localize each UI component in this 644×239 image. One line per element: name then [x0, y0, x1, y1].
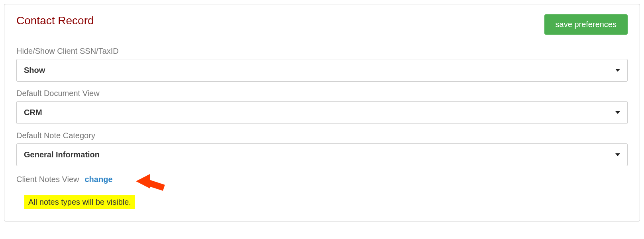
chevron-down-icon: [615, 153, 620, 156]
change-link[interactable]: change: [84, 175, 112, 184]
notes-visibility-highlight: All notes types will be visible.: [24, 195, 135, 209]
arrow-annotation-icon: [136, 172, 172, 196]
notecat-select[interactable]: General Information: [16, 143, 628, 166]
docview-select-value: CRM: [24, 108, 42, 117]
page-title: Contact Record: [16, 14, 94, 27]
field-ssn-taxid: Hide/Show Client SSN/TaxID Show: [16, 47, 628, 82]
chevron-down-icon: [615, 69, 620, 72]
notes-view-label: Client Notes View: [16, 175, 79, 184]
save-preferences-button[interactable]: save preferences: [544, 14, 628, 35]
ssn-select[interactable]: Show: [16, 59, 628, 82]
docview-label: Default Document View: [16, 89, 628, 98]
field-document-view: Default Document View CRM: [16, 89, 628, 124]
header-row: Contact Record save preferences: [16, 14, 628, 35]
docview-select[interactable]: CRM: [16, 101, 628, 124]
chevron-down-icon: [615, 111, 620, 114]
field-note-category: Default Note Category General Informatio…: [16, 131, 628, 166]
contact-record-panel: Contact Record save preferences Hide/Sho…: [4, 4, 640, 221]
notecat-label: Default Note Category: [16, 131, 628, 140]
notecat-select-value: General Information: [24, 150, 100, 159]
svg-rect-1: [146, 179, 165, 191]
ssn-select-value: Show: [24, 66, 45, 75]
client-notes-view-row: Client Notes View change: [16, 175, 628, 184]
ssn-label: Hide/Show Client SSN/TaxID: [16, 47, 628, 56]
